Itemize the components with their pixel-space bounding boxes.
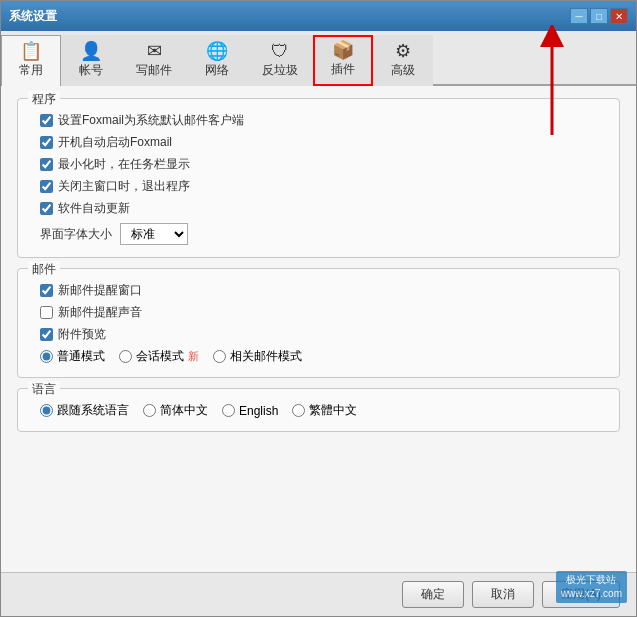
font-size-row: 界面字体大小 小 标准 大 bbox=[40, 223, 607, 245]
confirm-button[interactable]: 确定 bbox=[402, 581, 464, 608]
mode-chat: 会话模式 新 bbox=[119, 348, 199, 365]
checkbox-auto-update-label: 软件自动更新 bbox=[58, 200, 130, 217]
lang-traditional-chinese: 繁體中文 bbox=[292, 402, 357, 419]
radio-simplified-chinese[interactable] bbox=[143, 404, 156, 417]
window-title: 系统设置 bbox=[9, 8, 57, 25]
checkbox-new-mail-popup: 新邮件提醒窗口 bbox=[40, 282, 607, 299]
tab-plugins-label: 插件 bbox=[331, 61, 355, 78]
checkbox-new-mail-sound-input[interactable] bbox=[40, 306, 53, 319]
checkbox-default-client-input[interactable] bbox=[40, 114, 53, 127]
tab-bar: 📋 常用 👤 帐号 ✉ 写邮件 🌐 网络 🛡 反垃圾 📦 插件 bbox=[1, 31, 636, 86]
lang-english: English bbox=[222, 404, 278, 418]
content-area: 程序 设置Foxmail为系统默认邮件客户端 开机自动启动Foxmail 最小化… bbox=[1, 86, 636, 572]
radio-chat-mode-label: 会话模式 bbox=[136, 348, 184, 365]
tab-compose[interactable]: ✉ 写邮件 bbox=[121, 35, 187, 86]
tab-compose-label: 写邮件 bbox=[136, 62, 172, 79]
program-section: 程序 设置Foxmail为系统默认邮件客户端 开机自动启动Foxmail 最小化… bbox=[17, 98, 620, 258]
mode-related: 相关邮件模式 bbox=[213, 348, 302, 365]
checkbox-default-client: 设置Foxmail为系统默认邮件客户端 bbox=[40, 112, 607, 129]
font-size-label: 界面字体大小 bbox=[40, 226, 112, 243]
radio-simplified-chinese-label: 简体中文 bbox=[160, 402, 208, 419]
tab-antispam-label: 反垃圾 bbox=[262, 62, 298, 79]
checkbox-close-exit: 关闭主窗口时，退出程序 bbox=[40, 178, 607, 195]
checkbox-new-mail-sound: 新邮件提醒声音 bbox=[40, 304, 607, 321]
language-section: 语言 跟随系统语言 简体中文 English bbox=[17, 388, 620, 432]
tab-general[interactable]: 📋 常用 bbox=[1, 35, 61, 86]
tab-network[interactable]: 🌐 网络 bbox=[187, 35, 247, 86]
tab-compose-icon: ✉ bbox=[147, 42, 162, 60]
checkbox-auto-update-input[interactable] bbox=[40, 202, 53, 215]
watermark: 极光下载站www.xz7.com bbox=[556, 571, 627, 603]
lang-simplified-chinese: 简体中文 bbox=[143, 402, 208, 419]
checkbox-default-client-label: 设置Foxmail为系统默认邮件客户端 bbox=[58, 112, 244, 129]
tab-account-label: 帐号 bbox=[79, 62, 103, 79]
checkbox-new-mail-sound-label: 新邮件提醒声音 bbox=[58, 304, 142, 321]
radio-traditional-chinese-label: 繁體中文 bbox=[309, 402, 357, 419]
minimize-button[interactable]: ─ bbox=[570, 8, 588, 24]
title-bar: 系统设置 ─ □ ✕ bbox=[1, 1, 636, 31]
checkbox-close-exit-label: 关闭主窗口时，退出程序 bbox=[58, 178, 190, 195]
radio-english[interactable] bbox=[222, 404, 235, 417]
program-section-title: 程序 bbox=[28, 91, 60, 108]
tab-antispam-icon: 🛡 bbox=[271, 42, 289, 60]
font-size-select[interactable]: 小 标准 大 bbox=[120, 223, 188, 245]
tab-plugins-icon: 📦 bbox=[332, 41, 354, 59]
mail-section-title: 邮件 bbox=[28, 261, 60, 278]
tab-general-label: 常用 bbox=[19, 62, 43, 79]
radio-traditional-chinese[interactable] bbox=[292, 404, 305, 417]
watermark-text: 极光下载站www.xz7.com bbox=[561, 574, 622, 599]
checkbox-auto-update: 软件自动更新 bbox=[40, 200, 607, 217]
checkbox-minimize-tray-label: 最小化时，在任务栏显示 bbox=[58, 156, 190, 173]
tab-plugins[interactable]: 📦 插件 bbox=[313, 35, 373, 86]
checkbox-new-mail-popup-input[interactable] bbox=[40, 284, 53, 297]
tab-general-icon: 📋 bbox=[20, 42, 42, 60]
language-section-title: 语言 bbox=[28, 381, 60, 398]
tab-advanced-label: 高级 bbox=[391, 62, 415, 79]
mail-section: 邮件 新邮件提醒窗口 新邮件提醒声音 附件预览 bbox=[17, 268, 620, 378]
checkbox-close-exit-input[interactable] bbox=[40, 180, 53, 193]
checkbox-attachment-preview-label: 附件预览 bbox=[58, 326, 106, 343]
radio-follow-system-label: 跟随系统语言 bbox=[57, 402, 129, 419]
tab-account[interactable]: 👤 帐号 bbox=[61, 35, 121, 86]
tab-network-label: 网络 bbox=[205, 62, 229, 79]
footer: 确定 取消 应用(A) bbox=[1, 572, 636, 616]
language-options-row: 跟随系统语言 简体中文 English 繁體中文 bbox=[40, 402, 607, 419]
radio-normal-mode-label: 普通模式 bbox=[57, 348, 105, 365]
tab-network-icon: 🌐 bbox=[206, 42, 228, 60]
checkbox-new-mail-popup-label: 新邮件提醒窗口 bbox=[58, 282, 142, 299]
radio-follow-system[interactable] bbox=[40, 404, 53, 417]
lang-follow-system: 跟随系统语言 bbox=[40, 402, 129, 419]
mode-normal: 普通模式 bbox=[40, 348, 105, 365]
cancel-button[interactable]: 取消 bbox=[472, 581, 534, 608]
checkbox-auto-start-input[interactable] bbox=[40, 136, 53, 149]
close-button[interactable]: ✕ bbox=[610, 8, 628, 24]
window-controls: ─ □ ✕ bbox=[570, 8, 628, 24]
tab-advanced[interactable]: ⚙ 高级 bbox=[373, 35, 433, 86]
radio-related-mode[interactable] bbox=[213, 350, 226, 363]
radio-english-label: English bbox=[239, 404, 278, 418]
maximize-button[interactable]: □ bbox=[590, 8, 608, 24]
tab-antispam[interactable]: 🛡 反垃圾 bbox=[247, 35, 313, 86]
radio-normal-mode[interactable] bbox=[40, 350, 53, 363]
tab-advanced-icon: ⚙ bbox=[395, 42, 411, 60]
radio-chat-mode[interactable] bbox=[119, 350, 132, 363]
checkbox-auto-start: 开机自动启动Foxmail bbox=[40, 134, 607, 151]
checkbox-auto-start-label: 开机自动启动Foxmail bbox=[58, 134, 172, 151]
radio-related-mode-label: 相关邮件模式 bbox=[230, 348, 302, 365]
tab-account-icon: 👤 bbox=[80, 42, 102, 60]
mode-row: 普通模式 会话模式 新 相关邮件模式 bbox=[40, 348, 607, 365]
checkbox-minimize-tray-input[interactable] bbox=[40, 158, 53, 171]
checkbox-attachment-preview: 附件预览 bbox=[40, 326, 607, 343]
checkbox-minimize-tray: 最小化时，在任务栏显示 bbox=[40, 156, 607, 173]
new-badge: 新 bbox=[188, 349, 199, 364]
checkbox-attachment-preview-input[interactable] bbox=[40, 328, 53, 341]
